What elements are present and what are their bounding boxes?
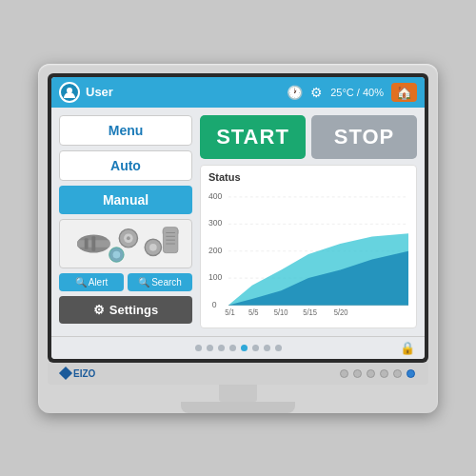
- search-button[interactable]: 🔍 Search: [128, 273, 192, 291]
- parts-illustration: [60, 220, 191, 268]
- settings-label: Settings: [109, 303, 158, 317]
- svg-rect-4: [91, 236, 95, 250]
- monitor-btn-1[interactable]: [340, 369, 348, 378]
- svg-text:5/15: 5/15: [303, 307, 317, 317]
- svg-text:0: 0: [212, 299, 217, 309]
- monitor: User 🕐 ⚙ 25°C / 40% 🏠 Menu Auto Manual: [38, 64, 438, 413]
- dot-7[interactable]: [264, 345, 270, 351]
- bottom-bar: 🔒: [51, 336, 425, 359]
- main-content: Menu Auto Manual: [51, 108, 425, 336]
- settings-icon: ⚙: [310, 85, 323, 100]
- home-icon[interactable]: 🏠: [391, 83, 417, 102]
- settings-button[interactable]: ⚙ Settings: [59, 296, 192, 324]
- alert-search-row: 🔍 Alert 🔍 Search: [59, 273, 192, 291]
- monitor-power-button[interactable]: [407, 369, 415, 378]
- alert-button[interactable]: 🔍 Alert: [59, 273, 124, 291]
- user-avatar-icon: [63, 86, 76, 99]
- svg-text:5/1: 5/1: [225, 307, 235, 317]
- left-panel: Menu Auto Manual: [59, 115, 192, 328]
- page-dots: [195, 345, 282, 351]
- header-left: User: [59, 82, 113, 103]
- user-icon: [59, 82, 80, 103]
- svg-point-7: [127, 236, 130, 240]
- alert-icon: 🔍: [75, 277, 87, 288]
- svg-text:100: 100: [208, 271, 222, 282]
- header-bar: User 🕐 ⚙ 25°C / 40% 🏠: [51, 77, 425, 108]
- stand-neck: [219, 385, 257, 402]
- svg-point-17: [113, 250, 121, 258]
- logo-diamond: [59, 367, 72, 380]
- menu-button[interactable]: Menu: [59, 115, 192, 146]
- screen: User 🕐 ⚙ 25°C / 40% 🏠 Menu Auto Manual: [51, 77, 425, 359]
- search-label: Search: [151, 277, 182, 288]
- dot-8[interactable]: [275, 345, 282, 351]
- monitor-buttons: [340, 369, 415, 378]
- stand-base: [181, 402, 295, 413]
- start-stop-row: START STOP: [200, 115, 417, 159]
- svg-point-9: [149, 244, 157, 251]
- temp-label: 25°C / 40%: [330, 87, 384, 98]
- chart-title: Status: [208, 171, 408, 183]
- svg-text:5/20: 5/20: [334, 307, 348, 317]
- gear-icon: ⚙: [93, 303, 105, 317]
- monitor-base: EIZO: [48, 363, 428, 413]
- svg-text:5/5: 5/5: [248, 307, 259, 317]
- svg-rect-3: [85, 238, 89, 249]
- logo-text: EIZO: [73, 368, 95, 379]
- user-label: User: [86, 85, 113, 99]
- chart-container: Status 400 300 200 100 0: [200, 165, 417, 328]
- monitor-btn-4[interactable]: [380, 369, 388, 378]
- dot-3[interactable]: [218, 345, 225, 351]
- svg-text:400: 400: [208, 190, 222, 201]
- search-icon: 🔍: [138, 277, 149, 288]
- dot-2[interactable]: [207, 345, 213, 351]
- monitor-bottom-panel: EIZO: [48, 363, 428, 385]
- lock-icon[interactable]: 🔒: [400, 341, 415, 355]
- monitor-btn-5[interactable]: [393, 369, 402, 378]
- monitor-btn-2[interactable]: [353, 369, 362, 378]
- start-button[interactable]: START: [200, 115, 306, 159]
- stop-button[interactable]: STOP: [311, 115, 417, 159]
- parts-image: [59, 219, 192, 268]
- monitor-logo: EIZO: [61, 368, 95, 379]
- clock-icon: 🕐: [287, 85, 303, 100]
- dot-5-active[interactable]: [241, 345, 248, 351]
- header-right: 🕐 ⚙ 25°C / 40% 🏠: [287, 83, 417, 102]
- status-chart: 400 300 200 100 0: [208, 187, 408, 322]
- auto-button[interactable]: Auto: [59, 150, 192, 181]
- right-panel: START STOP Status 400 300 200 100 0: [200, 115, 417, 328]
- svg-text:200: 200: [208, 245, 222, 255]
- dot-1[interactable]: [195, 345, 202, 351]
- monitor-btn-3[interactable]: [367, 369, 375, 378]
- manual-button[interactable]: Manual: [59, 186, 192, 214]
- screen-bezel: User 🕐 ⚙ 25°C / 40% 🏠 Menu Auto Manual: [48, 73, 428, 363]
- svg-text:5/10: 5/10: [274, 307, 288, 317]
- alert-label: Alert: [89, 277, 109, 288]
- svg-text:300: 300: [208, 217, 222, 228]
- dot-4[interactable]: [229, 345, 236, 351]
- dot-6[interactable]: [252, 345, 259, 351]
